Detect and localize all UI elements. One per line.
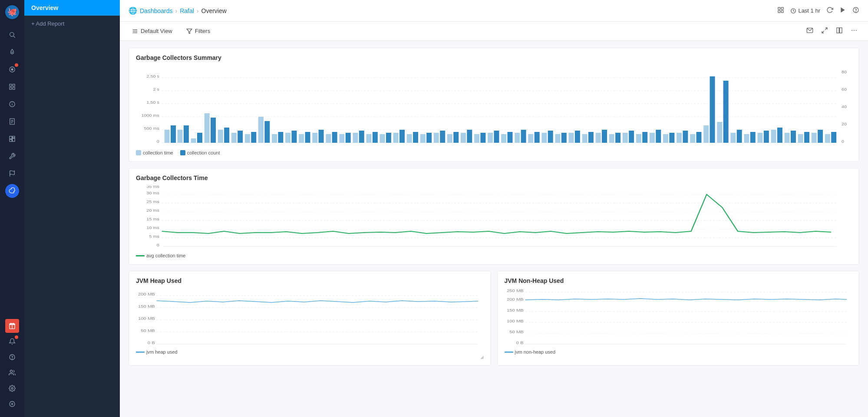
more-options-icon[interactable] — [849, 25, 859, 37]
dashboards-breadcrumb[interactable]: Dashboards — [140, 7, 173, 14]
info-nav-icon[interactable] — [5, 97, 19, 111]
svg-rect-99 — [373, 132, 378, 143]
svg-rect-140 — [650, 133, 655, 143]
add-report-button[interactable]: + Add Report — [24, 16, 120, 31]
fullscreen-icon[interactable] — [819, 25, 830, 37]
toolbar: Default View Filters — [120, 22, 868, 41]
svg-rect-47 — [840, 28, 842, 33]
rocket-nav-icon[interactable] — [5, 45, 19, 59]
dashboard-nav-icon[interactable] — [5, 132, 19, 146]
svg-rect-75 — [211, 118, 216, 143]
sidebar-icons-panel: 🐙 — [0, 0, 24, 417]
top-bar-right: Last 1 hr — [777, 7, 859, 15]
time-range-selector[interactable]: Last 1 hr — [790, 7, 820, 14]
alerts-nav-icon[interactable] — [5, 62, 19, 76]
help-topbar-icon[interactable] — [852, 7, 859, 15]
svg-point-2 — [10, 33, 14, 36]
svg-line-44 — [825, 28, 827, 30]
svg-text:5 ms: 5 ms — [149, 234, 159, 239]
svg-rect-123 — [535, 132, 540, 143]
svg-rect-138 — [636, 134, 641, 143]
svg-rect-142 — [663, 134, 668, 143]
svg-rect-34 — [782, 10, 784, 13]
svg-rect-131 — [588, 132, 594, 143]
gc-summary-legend: collection time collection count — [136, 150, 852, 155]
svg-text:0 B: 0 B — [516, 341, 523, 345]
team-nav-icon[interactable] — [5, 366, 19, 380]
gift-nav-icon[interactable] — [5, 319, 19, 333]
user-breadcrumb[interactable]: Rafal — [180, 7, 194, 14]
settings-nav-icon[interactable] — [5, 381, 19, 395]
svg-rect-68 — [165, 130, 170, 143]
cloud-nav-icon[interactable] — [5, 184, 19, 198]
svg-rect-125 — [548, 131, 553, 143]
svg-rect-134 — [609, 134, 614, 143]
svg-rect-81 — [251, 132, 256, 143]
search-nav-icon[interactable] — [5, 28, 19, 42]
svg-rect-91 — [319, 130, 324, 143]
toolbar-left: Default View Filters — [129, 26, 214, 36]
svg-rect-160 — [785, 133, 790, 143]
svg-rect-78 — [231, 133, 237, 143]
current-page-breadcrumb: Overview — [201, 7, 227, 14]
email-icon[interactable] — [805, 25, 815, 37]
main-content: 🌐 Dashboards › Rafal › Overview Last 1 h… — [120, 0, 868, 417]
svg-rect-103 — [399, 130, 405, 143]
flag-nav-icon[interactable] — [5, 167, 19, 181]
svg-rect-7 — [10, 84, 12, 86]
grid-nav-icon[interactable] — [5, 80, 19, 94]
wrench-nav-icon[interactable] — [5, 149, 19, 163]
svg-text:1000 ms: 1000 ms — [142, 113, 159, 118]
breadcrumb-sep1: › — [175, 7, 178, 14]
svg-rect-144 — [677, 133, 682, 143]
refresh-icon[interactable] — [826, 7, 833, 15]
app-logo[interactable]: 🐙 — [4, 4, 20, 20]
jvm-heap-title: JVM Heap Used — [136, 277, 484, 284]
svg-rect-154 — [744, 134, 749, 143]
legend-jvm-nonheap: jvm non-heap used — [505, 349, 556, 355]
resize-handle-heap[interactable]: ◢ — [136, 355, 484, 359]
svg-rect-83 — [264, 121, 270, 143]
svg-rect-151 — [723, 81, 729, 143]
bell-nav-icon[interactable] — [5, 335, 19, 348]
svg-rect-158 — [771, 130, 776, 143]
breadcrumb: 🌐 Dashboards › Rafal › Overview — [129, 7, 227, 15]
gc-summary-title: Garbage Collectors Summary — [136, 54, 852, 61]
gc-time-chart: 0 5 ms 10 ms 15 ms 20 ms 25 ms 30 ms 35 … — [136, 186, 852, 250]
gc-time-panel: Garbage Collectors Time 0 5 ms 10 ms 15 … — [129, 168, 859, 265]
svg-rect-128 — [569, 133, 574, 143]
grid-layout-icon[interactable] — [777, 7, 784, 15]
svg-rect-114 — [474, 134, 479, 143]
svg-rect-145 — [683, 131, 688, 143]
split-view-icon[interactable] — [834, 25, 845, 37]
svg-rect-136 — [623, 133, 628, 143]
svg-text:1,50 s: 1,50 s — [146, 100, 159, 105]
svg-rect-92 — [326, 134, 331, 143]
svg-line-3 — [13, 36, 15, 38]
svg-text:200 MB: 200 MB — [506, 297, 523, 302]
globe-icon: 🌐 — [129, 7, 137, 15]
svg-rect-18 — [10, 136, 12, 139]
svg-rect-122 — [528, 134, 533, 143]
svg-text:150 MB: 150 MB — [506, 308, 523, 312]
svg-rect-74 — [205, 113, 210, 143]
svg-rect-104 — [407, 134, 412, 143]
filters-button[interactable]: Filters — [183, 26, 214, 36]
svg-rect-109 — [440, 131, 445, 143]
svg-text:60: 60 — [842, 87, 847, 92]
svg-text:200 MB: 200 MB — [138, 292, 155, 296]
reports-nav-icon[interactable] — [5, 115, 19, 128]
help-nav-icon[interactable] — [5, 350, 19, 364]
overview-button[interactable]: Overview — [24, 0, 120, 16]
play-icon[interactable] — [839, 7, 846, 15]
svg-text:500 ms: 500 ms — [144, 126, 159, 131]
left-panel: Overview + Add Report — [24, 0, 120, 417]
svg-text:20: 20 — [842, 122, 847, 126]
svg-rect-76 — [218, 130, 223, 143]
svg-rect-164 — [812, 133, 817, 143]
dashboard-area: Garbage Collectors Summary 0 500 ms 1000… — [120, 41, 868, 417]
svg-rect-149 — [710, 76, 715, 143]
svg-rect-116 — [488, 133, 493, 143]
plugin-nav-icon[interactable] — [5, 397, 19, 411]
default-view-button[interactable]: Default View — [129, 26, 176, 36]
